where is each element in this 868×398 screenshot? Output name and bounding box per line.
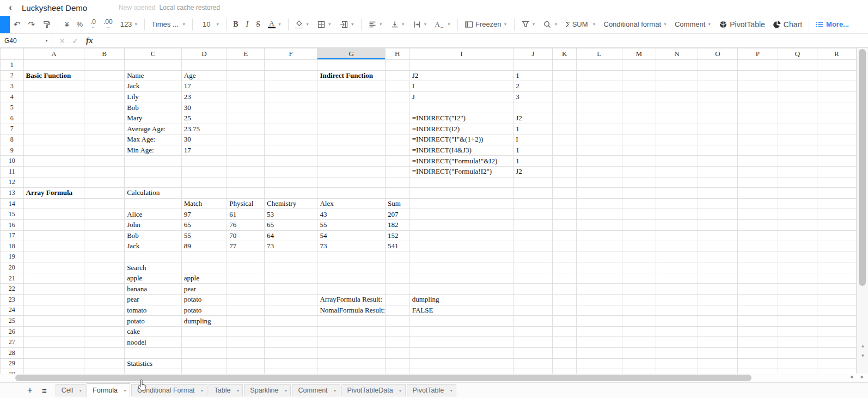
cell-G29[interactable] [317,358,386,369]
cell-E19[interactable] [227,252,265,262]
cell-M12[interactable] [622,177,656,188]
cell-P9[interactable] [737,145,778,156]
cell-I8[interactable]: =INDIRECT("I"&(1+2)) [409,134,514,145]
cell-C29[interactable]: Statistics [125,358,182,369]
cell-R29[interactable] [817,358,856,369]
row-header-15[interactable]: 15 [1,209,24,220]
cell-L7[interactable] [576,124,622,134]
cell-L24[interactable] [576,305,622,316]
cell-O18[interactable] [698,241,737,252]
cell-Q10[interactable] [778,156,817,167]
cell-L9[interactable] [576,145,622,156]
cell-G15[interactable]: 43 [317,209,386,220]
cell-R25[interactable] [817,316,856,327]
freeze-dropdown[interactable]: Freezen ▼ [461,17,511,32]
formula-confirm-icon[interactable]: ✓ [72,36,78,45]
cell-J30[interactable] [514,369,553,373]
cell-R11[interactable] [817,166,856,177]
cell-R5[interactable] [817,102,856,113]
cell-J3[interactable]: 2 [514,81,553,92]
cell-I18[interactable] [409,241,514,252]
column-header-H[interactable]: H [385,48,409,60]
cell-L8[interactable] [576,134,622,145]
cell-G8[interactable] [317,134,386,145]
cell-H1[interactable] [385,60,409,71]
cell-A24[interactable] [23,305,84,316]
cell-E17[interactable]: 70 [227,230,265,241]
text-rotate-dropdown[interactable]: A→ ▼ [432,17,454,32]
cell-K11[interactable] [553,166,576,177]
cell-G3[interactable] [317,81,386,92]
number-format-dropdown[interactable]: 123▼ [117,17,142,32]
cell-N28[interactable] [656,348,698,359]
cell-D20[interactable] [181,262,227,273]
row-header-6[interactable]: 6 [1,113,24,124]
cell-A10[interactable] [23,156,84,167]
cell-J17[interactable] [514,230,553,241]
cell-F4[interactable] [264,91,317,102]
cell-F23[interactable] [264,295,317,305]
cell-P27[interactable] [737,337,778,348]
cell-M13[interactable] [622,188,656,199]
cell-D15[interactable]: 97 [181,209,227,220]
row-header-10[interactable]: 10 [1,156,24,167]
cell-H16[interactable]: 182 [385,219,409,230]
chevron-down-icon[interactable]: ▼ [333,389,337,393]
cell-O1[interactable] [698,60,737,71]
column-header-J[interactable]: J [514,48,553,60]
cell-C20[interactable]: Search [125,262,182,273]
cell-N1[interactable] [656,60,698,71]
column-header-D[interactable]: D [181,48,227,60]
row-header-29[interactable]: 29 [1,358,24,369]
cell-O16[interactable] [698,219,737,230]
cell-I23[interactable]: dumpling [409,295,514,305]
cell-E16[interactable]: 76 [227,219,265,230]
cell-Q24[interactable] [778,305,817,316]
cell-H13[interactable] [385,188,409,199]
row-header-21[interactable]: 21 [1,273,24,284]
cell-G11[interactable] [317,166,386,177]
cell-F22[interactable] [264,284,317,295]
cell-M20[interactable] [622,262,656,273]
cell-O5[interactable] [698,102,737,113]
cell-R17[interactable] [817,230,856,241]
cell-M24[interactable] [622,305,656,316]
cell-G1[interactable] [317,60,386,71]
cell-H26[interactable] [385,326,409,337]
cell-O28[interactable] [698,348,737,359]
vertical-align-dropdown[interactable]: ▼ [387,17,408,32]
cell-C27[interactable]: noodel [125,337,182,348]
cell-K27[interactable] [553,337,576,348]
sheet-tab-table[interactable]: Table▼ [209,384,243,396]
cell-R22[interactable] [817,284,856,295]
cell-D1[interactable] [181,60,227,71]
cell-L10[interactable] [576,156,622,167]
cell-R6[interactable] [817,113,856,124]
back-icon[interactable]: ‹ [3,2,17,13]
cell-L21[interactable] [576,273,622,284]
cell-A21[interactable] [23,273,84,284]
cell-C28[interactable] [125,348,182,359]
cell-K23[interactable] [553,295,576,305]
cell-A2[interactable]: Basic Function [23,70,84,81]
cell-G5[interactable] [317,102,386,113]
more-button[interactable]: More... [812,17,852,32]
column-header-B[interactable]: B [84,48,125,60]
cell-R12[interactable] [817,177,856,188]
text-wrap-dropdown[interactable]: ▼ [409,17,431,32]
cell-K3[interactable] [553,81,576,92]
chevron-down-icon[interactable]: ▼ [236,389,240,393]
italic-button[interactable]: I [243,17,252,32]
cell-G10[interactable] [317,156,386,167]
cell-A26[interactable] [23,326,84,337]
cell-N30[interactable] [656,369,698,373]
cell-A7[interactable] [23,124,84,134]
cell-O26[interactable] [698,326,737,337]
cell-N2[interactable] [656,70,698,81]
cell-E22[interactable] [227,284,265,295]
cell-K22[interactable] [553,284,576,295]
cell-A3[interactable] [23,81,84,92]
cell-K14[interactable] [553,198,576,209]
cell-L14[interactable] [576,198,622,209]
cell-D28[interactable] [181,348,227,359]
